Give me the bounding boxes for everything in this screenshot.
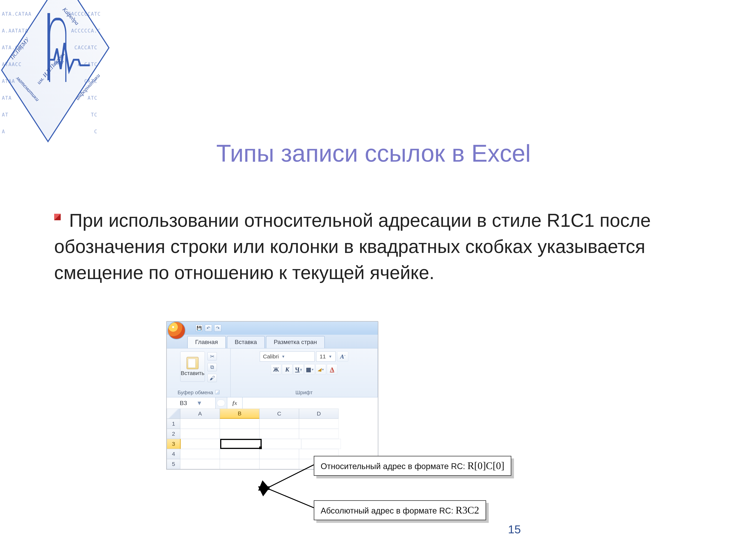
paste-button[interactable]: Вставить <box>180 351 205 382</box>
callout-relative-address: Относительный адрес в формате RC: R[0]C[… <box>314 456 511 476</box>
bullet-item: При использовании относительной адресаци… <box>54 207 689 286</box>
col-header-b[interactable]: B <box>220 409 259 419</box>
cell-a4[interactable] <box>180 449 220 459</box>
grow-font-icon[interactable]: Aˆ <box>337 351 348 362</box>
cell-b2[interactable] <box>220 429 259 439</box>
col-header-d[interactable]: D <box>299 409 339 419</box>
cell-c4[interactable] <box>259 449 299 459</box>
group-title-font: Шрифт <box>231 390 378 396</box>
paste-icon <box>186 357 199 369</box>
border-button[interactable] <box>304 364 315 375</box>
cell-d2[interactable] <box>299 429 339 439</box>
cell-b3-selected[interactable] <box>220 439 262 449</box>
tab-insert[interactable]: Вставка <box>227 336 265 348</box>
cell-b4[interactable] <box>220 449 259 459</box>
cell-a2[interactable] <box>180 429 220 439</box>
cell-d3[interactable] <box>301 439 341 449</box>
redo-icon[interactable] <box>214 325 221 332</box>
bold-button[interactable]: Ж <box>271 364 281 375</box>
group-title-clipboard: Буфер обмена <box>167 390 230 396</box>
callout-relative-code: R[0]C[0] <box>467 460 505 471</box>
dialog-launcher-icon[interactable] <box>215 390 220 394</box>
ribbon: Вставить ✂ ⧉ 🖌 Буфер обмена Calibri▼ 11▼… <box>167 348 378 397</box>
institution-logo: ATA.CATAA TACCCCCATC A.AATATA ACCCCCA.C … <box>2 0 106 116</box>
row-header-3[interactable]: 3 <box>167 439 181 449</box>
row-header-4[interactable]: 4 <box>167 449 180 459</box>
copy-icon[interactable]: ⧉ <box>207 363 217 371</box>
font-name-combo[interactable]: Calibri▼ <box>260 351 315 362</box>
formula-bar-row: B3▼ fx <box>167 397 378 409</box>
col-header-c[interactable]: C <box>259 409 299 419</box>
ribbon-group-font: Calibri▼ 11▼ Aˆ Ж К Ч Шрифт <box>231 348 378 397</box>
cell-a1[interactable] <box>180 419 220 429</box>
cell-c1[interactable] <box>259 419 299 429</box>
row-header-5[interactable]: 5 <box>167 459 180 469</box>
fx-icon[interactable]: fx <box>227 397 242 409</box>
bullet-marker-icon <box>54 214 61 220</box>
ecg-line-icon <box>49 37 89 75</box>
callout-relative-prefix: Относительный адрес в формате RC: <box>321 462 467 471</box>
cell-d1[interactable] <box>299 419 339 429</box>
slide-number: 15 <box>508 523 521 536</box>
row-header-2[interactable]: 2 <box>167 429 180 439</box>
cell-c3[interactable] <box>262 439 301 449</box>
cut-icon[interactable]: ✂ <box>207 352 217 361</box>
ribbon-tabs: Главная Вставка Разметка стран <box>167 335 378 348</box>
name-box[interactable]: B3▼ <box>167 397 216 409</box>
font-size-combo[interactable]: 11▼ <box>316 351 336 362</box>
row-header-1[interactable]: 1 <box>167 419 180 429</box>
col-header-a[interactable]: A <box>180 409 220 419</box>
cell-c5[interactable] <box>259 459 299 469</box>
format-painter-icon[interactable]: 🖌 <box>207 374 217 382</box>
font-color-button[interactable] <box>327 364 337 375</box>
callout-absolute-code: R3C2 <box>456 505 479 516</box>
formula-input[interactable] <box>242 397 378 409</box>
cell-a3[interactable] <box>181 439 220 449</box>
fill-color-button[interactable] <box>316 364 326 375</box>
cell-b1[interactable] <box>220 419 259 429</box>
office-button[interactable] <box>168 321 185 339</box>
paste-label: Вставить <box>181 370 204 376</box>
callout-absolute-prefix: Абсолютный адрес в формате RC: <box>321 506 456 515</box>
cell-a5[interactable] <box>180 459 220 469</box>
select-all-corner[interactable] <box>167 409 180 419</box>
cancel-enter-area <box>216 397 227 409</box>
save-icon[interactable] <box>196 325 203 332</box>
italic-button[interactable]: К <box>282 364 292 375</box>
tab-page-layout[interactable]: Разметка стран <box>266 336 325 348</box>
cell-c2[interactable] <box>259 429 299 439</box>
arrow-to-absolute <box>267 487 316 510</box>
bullet-text: При использовании относительной адресаци… <box>54 207 689 286</box>
callout-absolute-address: Абсолютный адрес в формате RC: R3C2 <box>314 500 486 520</box>
quick-access-toolbar <box>167 322 378 335</box>
ribbon-group-clipboard: Вставить ✂ ⧉ 🖌 Буфер обмена <box>167 348 231 397</box>
slide-title: Типы записи ссылок в Excel <box>0 140 747 167</box>
underline-button[interactable]: Ч <box>293 364 304 375</box>
excel-screenshot: Главная Вставка Разметка стран Вставить … <box>166 321 378 470</box>
cell-b5[interactable] <box>220 459 259 469</box>
undo-icon[interactable] <box>205 325 212 332</box>
tab-home[interactable]: Главная <box>187 336 226 348</box>
